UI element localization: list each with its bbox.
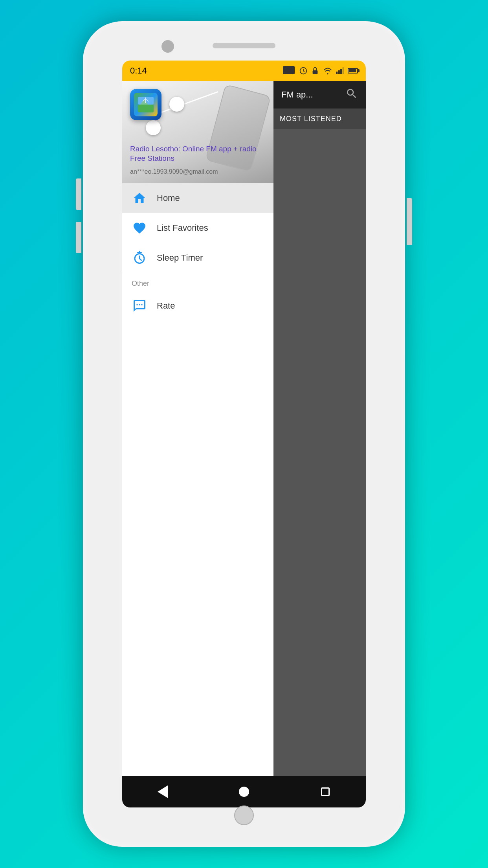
app-email: an***eo.1993.9090@gmail.com [130, 168, 218, 175]
status-time: 0:14 [130, 66, 147, 76]
app-logo-icon [137, 96, 154, 113]
app-icon [130, 89, 161, 120]
bottom-navigation [122, 776, 366, 807]
timer-icon [132, 250, 147, 266]
timer-status-icon [299, 66, 308, 75]
wifi-icon [323, 67, 333, 75]
home-button[interactable] [234, 782, 254, 802]
main-title: FM ap... [281, 90, 313, 100]
power-button[interactable] [407, 198, 412, 245]
menu-item-home[interactable]: Home [122, 183, 273, 213]
heart-icon [132, 220, 147, 236]
screen-content: Radio Lesotho: Online FM app + radio Fre… [122, 81, 366, 776]
most-listened-label: MOST LISTENED [280, 115, 342, 123]
rate-icon [132, 298, 147, 314]
menu-label-rate: Rate [157, 301, 175, 311]
status-bar: 0:14 [122, 61, 366, 81]
main-panel: FM ap... MOST LISTENED [273, 81, 366, 776]
menu-item-list-favorites[interactable]: List Favorites [122, 213, 273, 243]
home-nav-icon [239, 787, 249, 797]
status-icons [282, 64, 358, 78]
back-icon [158, 785, 168, 798]
menu-label-favorites: List Favorites [157, 223, 208, 233]
menu-label-sleep-timer: Sleep Timer [157, 253, 203, 263]
main-header: FM ap... [273, 81, 366, 108]
app-title: Radio Lesotho: Online FM app + radio Fre… [130, 144, 266, 164]
recents-button[interactable] [316, 782, 335, 802]
earbud-decoration-1 [169, 97, 184, 112]
menu-list: Home List Favorites [122, 183, 273, 776]
phone-screen: 0:14 [122, 61, 366, 807]
drawer-header: Radio Lesotho: Online FM app + radio Fre… [122, 81, 273, 183]
message-icon [282, 64, 296, 78]
drawer-panel: Radio Lesotho: Online FM app + radio Fre… [122, 81, 273, 776]
volume-up-button[interactable] [76, 178, 81, 210]
battery-icon [348, 68, 358, 74]
svg-rect-3 [336, 72, 338, 74]
menu-label-home: Home [157, 193, 180, 203]
svg-rect-5 [340, 69, 342, 74]
menu-item-rate[interactable]: Rate [122, 291, 273, 321]
phone-frame: 0:14 [83, 21, 405, 847]
search-icon[interactable] [345, 87, 358, 103]
svg-rect-4 [338, 70, 340, 74]
svg-rect-10 [145, 97, 146, 103]
signal-icon [336, 67, 345, 74]
svg-rect-2 [313, 70, 318, 74]
speaker [213, 43, 275, 48]
recents-icon [321, 787, 330, 796]
most-listened-bar: MOST LISTENED [273, 108, 366, 129]
section-header-other: Other [122, 273, 273, 291]
menu-item-sleep-timer[interactable]: Sleep Timer [122, 243, 273, 273]
volume-down-button[interactable] [76, 222, 81, 253]
front-camera [161, 40, 174, 53]
back-button[interactable] [153, 782, 172, 802]
app-icon-inner [134, 93, 158, 116]
svg-rect-6 [343, 67, 344, 74]
svg-rect-8 [138, 105, 154, 112]
lock-icon [311, 66, 319, 75]
home-icon [132, 190, 147, 206]
physical-home-button[interactable] [234, 805, 254, 825]
earbud-decoration-2 [146, 120, 161, 135]
